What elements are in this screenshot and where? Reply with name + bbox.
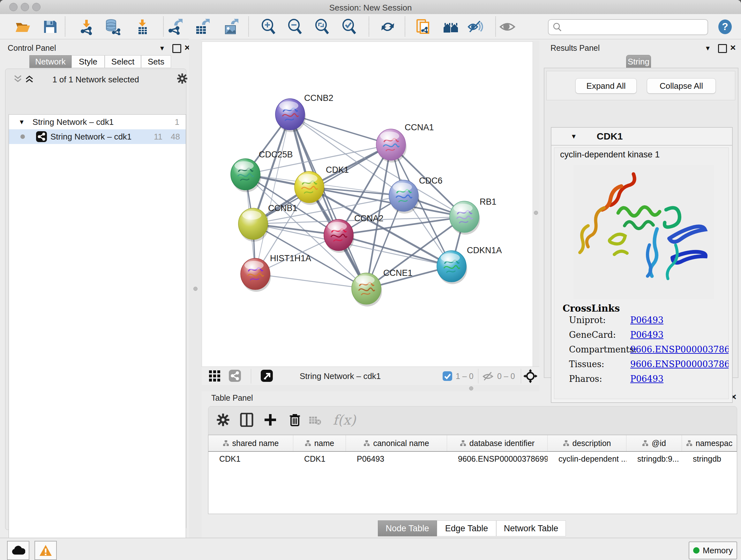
expand-all-button[interactable]: Expand All xyxy=(576,78,636,94)
selected-checkbox-icon[interactable] xyxy=(442,371,453,381)
network-view-toolbar: String Network – cdk1 1 – 0 0 – 0 xyxy=(202,367,539,386)
cloud-button[interactable] xyxy=(7,541,29,560)
open-session-icon[interactable] xyxy=(14,18,31,35)
tab-node-table[interactable]: Node Table xyxy=(378,520,437,537)
edge[interactable] xyxy=(339,235,452,266)
table-cell[interactable]: 9606.ENSP00000378699 xyxy=(447,454,548,463)
network-collection-row[interactable]: ▼ String Network – cdk1 1 xyxy=(9,115,186,129)
import-table-icon[interactable] xyxy=(134,18,151,35)
network-view-canvas[interactable]: CCNB2CCNA1CDC25BCDK1CDC6RB1CCNB1CCNA2CDK… xyxy=(202,42,533,367)
column-header-@id[interactable]: @id xyxy=(626,435,682,451)
float-panel-icon[interactable]: ▼ xyxy=(704,45,711,52)
search-field[interactable] xyxy=(548,19,708,35)
show-columns-icon[interactable] xyxy=(240,413,254,427)
tab-select[interactable]: Select xyxy=(105,55,141,68)
column-label: namespac xyxy=(696,439,732,448)
birds-eye-view-icon[interactable] xyxy=(523,369,537,383)
home-icon[interactable] xyxy=(443,18,459,35)
tab-string[interactable]: String xyxy=(626,55,651,68)
right-splitter[interactable] xyxy=(532,41,539,385)
import-network-icon[interactable] xyxy=(78,18,95,35)
warnings-button[interactable] xyxy=(35,541,57,560)
zoom-in-icon[interactable] xyxy=(260,18,277,35)
left-splitter[interactable] xyxy=(189,39,202,538)
zoom-fit-icon[interactable] xyxy=(314,18,331,35)
entry-expander-icon[interactable]: ▼ xyxy=(570,133,577,140)
float-panel-icon[interactable]: ▼ xyxy=(159,45,165,52)
crosslink-tissues-link[interactable]: 9606.ENSP00000378699 xyxy=(630,359,729,369)
export-network-icon[interactable] xyxy=(166,18,183,35)
results-panel-title: Results Panel xyxy=(550,44,600,53)
column-header-shared-name[interactable]: shared name xyxy=(208,435,293,451)
table-cell[interactable]: stringdb:9... xyxy=(626,454,682,463)
tab-edge-table[interactable]: Edge Table xyxy=(437,520,496,537)
apply-layout-icon[interactable] xyxy=(380,18,396,35)
tab-network-table[interactable]: Network Table xyxy=(496,520,566,537)
table-cell[interactable]: cyclin-dependent ... xyxy=(548,454,626,463)
delete-column-icon[interactable] xyxy=(288,413,302,427)
node-hist1h1a[interactable] xyxy=(241,258,271,292)
gear-icon[interactable] xyxy=(216,413,230,427)
crosslink-label: Tissues: xyxy=(569,359,604,369)
show-hide-icon[interactable] xyxy=(467,18,484,35)
tab-style[interactable]: Style xyxy=(71,55,105,68)
left-splitter-handle[interactable] xyxy=(193,287,198,291)
table-cell[interactable]: P06493 xyxy=(346,454,447,463)
node-cdk1[interactable] xyxy=(294,172,325,205)
crosslink-pharos-link[interactable]: P06493 xyxy=(630,374,664,384)
network-row[interactable]: String Network – cdk1 11 48 xyxy=(9,129,186,144)
crosslink-uniprot-link[interactable]: P06493 xyxy=(630,315,664,325)
column-header-name[interactable]: name xyxy=(293,435,346,451)
right-splitter-handle[interactable] xyxy=(534,211,538,215)
node-ccne1[interactable] xyxy=(352,273,382,307)
column-header-namespac[interactable]: namespac xyxy=(682,435,737,451)
edge[interactable] xyxy=(246,145,391,174)
node-ccna2[interactable] xyxy=(324,219,354,253)
add-column-icon[interactable] xyxy=(263,413,277,427)
export-image-icon[interactable] xyxy=(223,18,239,35)
crosslink-compartments-link[interactable]: 9606.ENSP00000378699 xyxy=(630,345,729,354)
gear-icon[interactable] xyxy=(177,73,188,84)
grid-view-icon[interactable] xyxy=(209,370,221,382)
crosslink-genecard-link[interactable]: P06493 xyxy=(630,330,664,340)
node-cdkn1a[interactable] xyxy=(437,251,467,284)
zoom-selected-icon[interactable] xyxy=(341,18,358,35)
hidden-eye-icon[interactable] xyxy=(482,371,493,382)
node-rb1[interactable] xyxy=(450,201,480,235)
node-ccna1[interactable] xyxy=(376,129,407,163)
table-cell[interactable]: CDK1 xyxy=(208,454,293,463)
import-network-from-database-icon[interactable] xyxy=(104,18,121,35)
edge[interactable] xyxy=(255,274,366,289)
save-session-icon[interactable] xyxy=(42,18,58,35)
detach-view-icon[interactable] xyxy=(260,369,273,382)
column-header-database-identifier[interactable]: database identifier xyxy=(447,435,548,451)
horizontal-splitter-handle[interactable] xyxy=(469,386,473,390)
node-cdc25b[interactable] xyxy=(231,159,261,192)
gene-entry-header[interactable]: ▼ CDK1 xyxy=(551,128,732,145)
tab-sets[interactable]: Sets xyxy=(141,55,171,68)
table-row[interactable]: CDK1CDK1P064939606.ENSP00000378699cyclin… xyxy=(208,452,737,466)
column-header-description[interactable]: description xyxy=(548,435,626,451)
close-panel-icon[interactable]: × xyxy=(730,44,736,51)
maximize-panel-icon[interactable] xyxy=(718,44,727,53)
search-input[interactable] xyxy=(565,21,704,33)
network-view-icon[interactable] xyxy=(228,369,241,382)
help-icon[interactable]: ? xyxy=(718,19,733,35)
table-cell[interactable]: CDK1 xyxy=(293,454,346,463)
node-ccnb1[interactable] xyxy=(239,208,269,242)
memory-button[interactable]: Memory xyxy=(689,542,737,559)
eye-icon[interactable] xyxy=(499,18,516,35)
collapse-all-button[interactable]: Collapse All xyxy=(647,78,716,94)
control-panel-tabs: NetworkStyleSelectSets xyxy=(29,55,171,68)
collection-expander-icon[interactable]: ▼ xyxy=(18,118,25,126)
column-header-canonical-name[interactable]: canonical name xyxy=(346,435,447,451)
export-table-icon[interactable] xyxy=(194,18,210,35)
horizontal-splitter[interactable] xyxy=(202,385,539,391)
tab-network[interactable]: Network xyxy=(29,55,71,68)
string-network-graph[interactable]: CCNB2CCNA1CDC25BCDK1CDC6RB1CCNB1CCNA2CDK… xyxy=(202,42,533,367)
node-cdc6[interactable] xyxy=(389,180,419,213)
clipboard-network-icon[interactable] xyxy=(415,18,432,35)
zoom-out-icon[interactable] xyxy=(287,18,304,35)
maximize-panel-icon[interactable] xyxy=(172,44,181,53)
table-cell[interactable]: stringdb xyxy=(682,454,737,463)
